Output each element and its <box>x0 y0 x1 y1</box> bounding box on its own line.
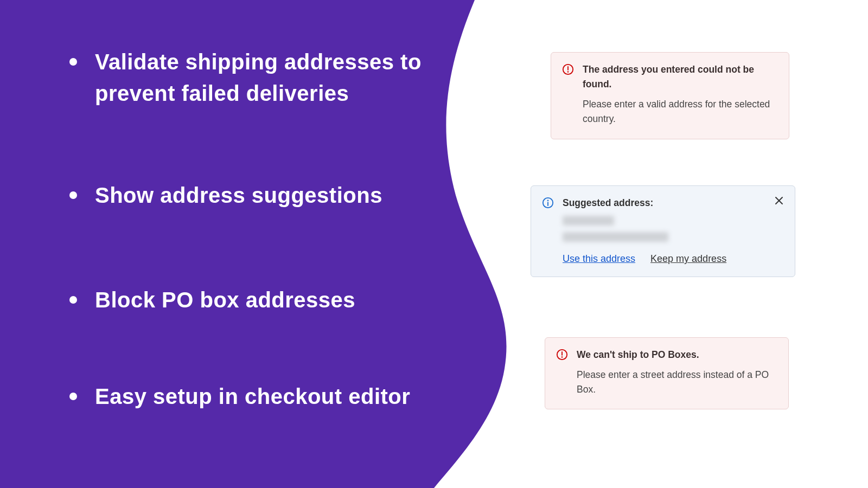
use-this-address-link[interactable]: Use this address <box>563 252 635 267</box>
svg-point-6 <box>547 200 549 201</box>
error-icon <box>556 349 568 361</box>
svg-point-10 <box>561 356 563 358</box>
feature-item-suggestions: Show address suggestions <box>65 179 456 211</box>
info-icon <box>542 197 554 209</box>
suggestion-card: Suggested address: Use this address Keep… <box>531 185 795 277</box>
close-icon[interactable] <box>774 196 784 206</box>
error-title: We can't ship to PO Boxes. <box>577 348 777 362</box>
redacted-address-line-1 <box>563 216 614 226</box>
error-title: The address you entered could not be fou… <box>583 62 778 92</box>
marketing-slide: Validate shipping addresses to prevent f… <box>0 0 868 488</box>
error-card-address-not-found: The address you entered could not be fou… <box>551 52 789 139</box>
error-body: Please enter a valid address for the sel… <box>583 97 778 126</box>
redacted-address-line-2 <box>563 232 668 242</box>
purple-feature-panel: Validate shipping addresses to prevent f… <box>0 0 510 488</box>
feature-item-validate: Validate shipping addresses to prevent f… <box>65 46 456 109</box>
feature-item-easy-setup: Easy setup in checkout editor <box>65 381 456 412</box>
error-card-pobox: We can't ship to PO Boxes. Please enter … <box>545 337 789 409</box>
feature-list: Validate shipping addresses to prevent f… <box>65 46 456 412</box>
keep-my-address-link[interactable]: Keep my address <box>650 252 726 267</box>
error-icon <box>562 63 574 75</box>
feature-item-block-pobox: Block PO box addresses <box>65 284 456 316</box>
suggestion-title: Suggested address: <box>563 196 784 210</box>
error-body: Please enter a street address instead of… <box>577 368 777 397</box>
svg-point-2 <box>567 71 569 73</box>
